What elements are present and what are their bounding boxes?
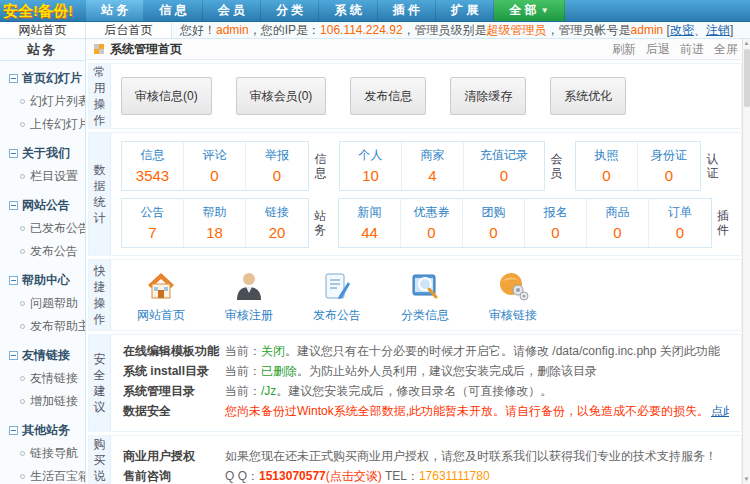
sidebar-title: 站务 [0, 39, 85, 61]
stat-value: 4 [402, 167, 463, 184]
stat-cell: 优惠券0 [401, 199, 463, 247]
sidebar-item[interactable]: 上传幻灯片 [0, 113, 85, 136]
sidebar-item[interactable]: 发布帮助主题 [0, 315, 85, 338]
bullet-icon [20, 99, 25, 104]
backup-data-link[interactable]: 点此备份系统数据 [711, 404, 729, 418]
stat-cell: 执照0 [576, 142, 638, 190]
sidebar-item[interactable]: 栏目设置 [0, 165, 85, 188]
subtab-1[interactable]: 网站首页 [0, 22, 86, 38]
security-prefix: 当前： [225, 344, 261, 358]
sidebar-item-label: 幻灯片列表 [30, 94, 86, 108]
nav-tab-3[interactable]: 会 员 [203, 0, 261, 21]
nav-tab-5[interactable]: 系 统 [319, 0, 377, 21]
stat-cell: 报名0 [525, 199, 587, 247]
sidebar-group-title-2[interactable]: 关于我们 [9, 145, 85, 162]
scrollbar-thumb[interactable] [744, 49, 750, 107]
op-button-4[interactable]: 清除缓存 [450, 77, 526, 115]
stat-value: 0 [525, 224, 586, 241]
page-action-1[interactable]: 刷新 [612, 41, 636, 58]
shortcut-发布公告[interactable]: 发布公告 [293, 270, 381, 324]
common-ops-buttons: 审核信息(0)审核会员(0)发布信息清除缓存系统优化 [111, 64, 741, 128]
qq-chat-link[interactable]: (点击交谈) [326, 469, 382, 483]
nav-tab-4[interactable]: 分 类 [261, 0, 319, 21]
sidebar-item[interactable]: 问题帮助 [0, 292, 85, 315]
bullet-icon [20, 122, 25, 127]
stat-value: 10 [340, 167, 401, 184]
shortcut-label: 分类信息 [381, 307, 469, 324]
greeting-role: 超级管理员 [487, 23, 547, 37]
shortcut-网站首页[interactable]: 网站首页 [117, 270, 205, 324]
stat-cell: 新闻44 [339, 199, 401, 247]
sidebar-item[interactable]: 已发布公告 [0, 217, 85, 240]
stat-cell: 帮助18 [184, 199, 246, 247]
stat-cell: 评论0 [184, 142, 246, 190]
nav-tab-label: 全 部 [509, 3, 536, 17]
shortcut-分类信息[interactable]: 分类信息 [381, 270, 469, 324]
sidebar-group-title-6[interactable]: 其他站务 [9, 422, 85, 439]
scroll-down-icon[interactable]: ▼ [743, 475, 750, 484]
sidebar-item[interactable]: 幻灯片列表 [0, 90, 85, 113]
security-status: /Jz [261, 384, 276, 398]
page-action-4[interactable]: 全屏 [714, 41, 738, 58]
sidebar-item[interactable]: 生活百宝箱 [0, 465, 85, 484]
stat-group: 公告7帮助18链接20 [121, 198, 309, 248]
stat-group-tag: 信息 [314, 141, 327, 191]
section-label-common-ops: 常用操作 [89, 64, 111, 128]
sidebar-item[interactable]: 链接导航 [0, 442, 85, 465]
nav-tab-2[interactable]: 信 息 [144, 0, 202, 21]
stat-name: 评论 [184, 147, 245, 164]
stat-name: 团购 [463, 204, 524, 221]
change-password-link[interactable]: 改密 [670, 23, 694, 37]
security-advice: 。建议您只有在十分必要的时候才开启它。请修改 /data/config.inc.… [285, 344, 720, 358]
sidebar-group-title-4[interactable]: 帮助中心 [9, 272, 85, 289]
stat-group-tag: 站务 [314, 198, 326, 248]
shortcut-审核链接[interactable]: 审核链接 [469, 270, 557, 324]
subtabs: 网站首页后台首页 [0, 22, 172, 38]
purchase-text: 如果您现在还未正式购买商业用户授权，请您及时联系我们以获得我们专业的技术支持服务… [225, 449, 717, 463]
stat-cell: 商家4 [402, 142, 464, 190]
stat-row: 公告7帮助18链接20站务新闻44优惠券0团购0报名0商品0订单0插件 [121, 198, 731, 248]
op-button-2[interactable]: 审核会员(0) [236, 77, 327, 115]
sidebar-group-title-3[interactable]: 网站公告 [9, 197, 85, 214]
stat-group-tag: 插件 [717, 198, 729, 248]
section-label-shortcuts: 快捷操作 [89, 260, 111, 330]
bullet-icon [20, 301, 25, 306]
stat-name: 执照 [576, 147, 637, 164]
tel-label: TEL： [382, 469, 419, 483]
sidebar-item-label: 链接导航 [30, 446, 78, 460]
sidebar-group-title-5[interactable]: 友情链接 [9, 347, 85, 364]
stat-cell: 充值记录0 [464, 142, 544, 190]
stat-name: 举报 [246, 147, 308, 164]
collapse-icon [9, 74, 18, 83]
logout-link[interactable]: 注销 [706, 23, 730, 37]
stat-name: 公告 [122, 204, 183, 221]
sidebar-item[interactable]: 友情链接 [0, 367, 85, 390]
collapse-icon [9, 351, 18, 360]
bullet-icon [20, 399, 25, 404]
subtab-2[interactable]: 后台首页 [86, 22, 172, 38]
stat-group: 执照0身份证0 [575, 141, 701, 191]
bullet-icon [20, 474, 25, 479]
security-row-name: 数据安全 [123, 403, 225, 419]
security-row: 系统管理目录当前：/Jz。建议您安装完成后，修改目录名（可直接修改）。 [123, 383, 729, 399]
nav-tab-7[interactable]: 扩 展 [436, 0, 494, 21]
section-common-ops: 常用操作 审核信息(0)审核会员(0)发布信息清除缓存系统优化 [88, 63, 742, 129]
scroll-up-icon[interactable]: ▲ [743, 39, 750, 48]
stat-name: 身份证 [638, 147, 700, 164]
nav-tab-6[interactable]: 插 件 [378, 0, 436, 21]
nav-tab-8[interactable]: 全 部▼ [494, 0, 564, 21]
sidebar-group-title-1[interactable]: 首页幻灯片 [9, 70, 85, 87]
shortcut-label: 网站首页 [117, 307, 205, 324]
page-action-3[interactable]: 前进 [680, 41, 704, 58]
page-action-2[interactable]: 后退 [646, 41, 670, 58]
security-prefix: 当前： [225, 364, 261, 378]
collapse-icon [9, 201, 18, 210]
op-button-3[interactable]: 发布信息 [350, 77, 426, 115]
sidebar-item[interactable]: 增加链接 [0, 390, 85, 413]
nav-tab-label: 扩 展 [451, 3, 478, 17]
op-button-5[interactable]: 系统优化 [550, 77, 626, 115]
op-button-1[interactable]: 审核信息(0) [121, 77, 212, 115]
nav-tab-1[interactable]: 站 务 [86, 0, 144, 21]
sidebar-item[interactable]: 发布公告 [0, 240, 85, 263]
shortcut-审核注册[interactable]: 审核注册 [205, 270, 293, 324]
